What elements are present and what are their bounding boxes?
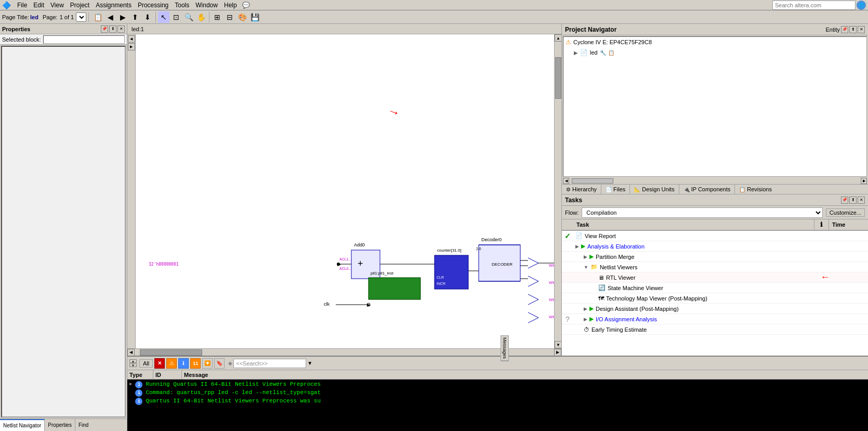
msg-filter-btn[interactable]: 🔽 — [202, 358, 213, 369]
toolbar-btn-pan[interactable]: ✋ — [195, 11, 207, 23]
flow-select[interactable]: Compilation — [582, 207, 823, 218]
msg-search-input[interactable] — [233, 359, 306, 368]
menu-view[interactable]: View — [47, 1, 67, 9]
canvas-scroll-up[interactable]: ▲ — [555, 34, 561, 42]
tasks-close-btn[interactable]: ✕ — [858, 197, 865, 204]
menu-tools[interactable]: Tools — [172, 1, 192, 9]
tab-revisions[interactable]: 📋 Revisions — [735, 185, 776, 194]
tab-hierarchy[interactable]: ⚙ Hierarchy — [562, 185, 601, 194]
panel-close-btn[interactable]: ✕ — [117, 25, 125, 33]
toolbar-btn-hier[interactable]: ⊞ — [212, 11, 223, 23]
pn-close-btn[interactable]: ✕ — [858, 26, 865, 33]
msg-line-1[interactable]: ▶ i Running Quartus II 64-Bit Netlist Vi… — [128, 381, 867, 389]
msg-line-3[interactable]: ▶ i Quartus II 64-Bit Netlist Viewers Pr… — [128, 397, 867, 406]
canvas-scroll-right[interactable]: ▶ — [554, 349, 561, 356]
panel-pin-btn[interactable]: 📌 — [101, 25, 108, 33]
canvas-hscroll-thumb[interactable] — [140, 349, 202, 356]
analysis-expand-icon[interactable]: ▶ — [575, 244, 579, 249]
design-assistant-expand-icon[interactable]: ▶ — [584, 306, 587, 311]
msg-info-icon[interactable]: ℹ — [178, 358, 189, 369]
task-row-netlist-viewers[interactable]: ▼ 📁 Netlist Viewers — [562, 262, 868, 272]
menu-assignments[interactable]: Assignments — [93, 1, 135, 9]
svg-text:WideOr1: WideOr1 — [549, 297, 554, 302]
pn-float-btn[interactable]: ⬆ — [849, 26, 857, 33]
toolbar-btn-save[interactable]: 💾 — [249, 11, 260, 23]
toolbar-btn-zoom-fit[interactable]: ⊡ — [170, 11, 182, 23]
task-row-tech-map[interactable]: 🗺 Technology Map Viewer (Post-Mapping) — [562, 293, 868, 304]
task-row-partition[interactable]: ▶ ▶ Partition Merge — [562, 252, 868, 262]
msg3-type-icon: i — [135, 398, 143, 405]
tasks-pin-btn[interactable]: 📌 — [841, 197, 848, 204]
svg-text:pll1:pll1_inst: pll1:pll1_inst — [371, 271, 394, 276]
tab-design-units[interactable]: 📐 Design Units — [630, 185, 679, 194]
msg2-text: Command: quartus_rpp led -c led --netlis… — [146, 389, 866, 396]
menu-edit[interactable]: Edit — [30, 1, 47, 9]
panel-float-btn[interactable]: ⬆ — [109, 25, 116, 33]
menu-file[interactable]: File — [14, 1, 30, 9]
tree-item-led[interactable]: ▶ 📄 led 🔧 📋 — [563, 47, 866, 58]
menu-help[interactable]: Help — [221, 1, 240, 9]
customize-btn[interactable]: Customize... — [826, 208, 865, 217]
svg-text:WideOr0: WideOr0 — [549, 315, 554, 319]
netlist-expand-icon[interactable]: ▼ — [584, 265, 588, 270]
task-row-state-machine[interactable]: 🔄 State Machine Viewer — [562, 283, 868, 293]
task-row-rtl-viewer[interactable]: 🖥 RTL Viewer → — [562, 272, 868, 283]
toolbar-btn-filter[interactable]: ⊟ — [224, 11, 235, 23]
toolbar-btn-up[interactable]: ⬆ — [129, 11, 141, 23]
menu-window[interactable]: Window — [192, 1, 221, 9]
left-tool-expand[interactable]: ▶ — [128, 43, 135, 50]
task-row-view-report[interactable]: ✓ 📄 View Report — [562, 231, 868, 241]
msg-collapse-btn2[interactable]: ▼ — [129, 363, 137, 367]
page-select[interactable] — [76, 12, 86, 22]
toolbar-btn-forward[interactable]: ▶ — [117, 11, 128, 23]
msg-search-arrow[interactable]: ▼ — [307, 360, 312, 366]
msg-all-btn[interactable]: All — [139, 359, 153, 368]
toolbar-btn-color[interactable]: 🎨 — [236, 11, 248, 23]
left-tool-collapse[interactable]: ◀ — [128, 35, 135, 43]
view-report-label: View Report — [585, 233, 616, 239]
toolbar-btn-down[interactable]: ⬇ — [142, 11, 153, 23]
tree-scroll-right[interactable]: ▶ — [861, 178, 867, 184]
msg1-expand[interactable]: ▶ — [129, 381, 132, 387]
messages-left-tools: ▲ ▼ — [129, 359, 138, 367]
canvas-scroll-down[interactable]: ▼ — [555, 341, 561, 348]
tab-netlist-navigator[interactable]: Netlist Navigator — [0, 419, 45, 431]
tab-ip-components[interactable]: 🔌 IP Components — [679, 185, 735, 194]
messages-collapse-btn[interactable]: Messages — [501, 336, 508, 361]
task-row-early-timing[interactable]: ⏱ Early Timing Estimate — [562, 324, 868, 335]
partition-expand-icon[interactable]: ▶ — [584, 254, 587, 259]
menu-processing[interactable]: Processing — [135, 1, 172, 9]
msg-close-btn[interactable]: ✕ — [154, 358, 165, 369]
tab-files[interactable]: 📄 Files — [601, 185, 630, 194]
io-analysis-expand-icon[interactable]: ▶ — [584, 317, 587, 322]
search-input[interactable] — [772, 1, 856, 10]
tree-hscroll-thumb[interactable] — [572, 178, 613, 184]
msg-collapse-btn[interactable]: ▲ — [129, 359, 137, 363]
tree-item-cyclone[interactable]: ⚠ Cyclone IV E: EP4CE75F29C8 — [563, 37, 866, 47]
task-row-io-analysis[interactable]: ? ▶ ▶ I/O Assignment Analysis — [562, 314, 868, 324]
tasks-float-btn[interactable]: ⬆ — [849, 197, 857, 204]
tree-scroll-left[interactable]: ◀ — [563, 178, 569, 184]
msg-bookmark-btn[interactable]: 🔖 — [214, 358, 225, 369]
msg-line-2[interactable]: ▶ i Command: quartus_rpp led -c led --ne… — [128, 389, 867, 397]
tree-led-label: led — [590, 49, 598, 56]
toolbar-btn-select[interactable]: ↖ — [158, 11, 169, 23]
toolbar-btn-zoom-in[interactable]: 🔍 — [183, 11, 194, 23]
selected-block-input[interactable] — [43, 35, 125, 44]
tab-find[interactable]: Find — [75, 419, 91, 431]
msg-warn-icon[interactable]: ⚠ — [166, 358, 177, 369]
task-status-checkmark: ✓ — [562, 232, 573, 240]
canvas-scroll-left[interactable]: ◀ — [127, 349, 135, 356]
toolbar-btn-new[interactable]: 📋 — [92, 11, 103, 23]
toolbar-btn-back[interactable]: ◀ — [104, 11, 116, 23]
tasks-col-task: Task — [573, 219, 814, 230]
task-row-design-assistant[interactable]: ▶ ▶ Design Assistant (Post-Mapping) — [562, 304, 868, 314]
task-row-analysis[interactable]: ▶ ▶ Analysis & Elaboration — [562, 241, 868, 252]
canvas-vscroll-thumb[interactable] — [555, 57, 561, 99]
menu-project[interactable]: Project — [67, 1, 93, 9]
led-file-icon: 📄 — [580, 49, 588, 56]
svg-text:ACL1...: ACL1... — [339, 257, 351, 261]
pn-pin-btn[interactable]: 📌 — [841, 26, 848, 33]
warn-triangle-icon: ⚠ — [565, 38, 571, 46]
tab-properties[interactable]: Properties — [45, 419, 75, 431]
